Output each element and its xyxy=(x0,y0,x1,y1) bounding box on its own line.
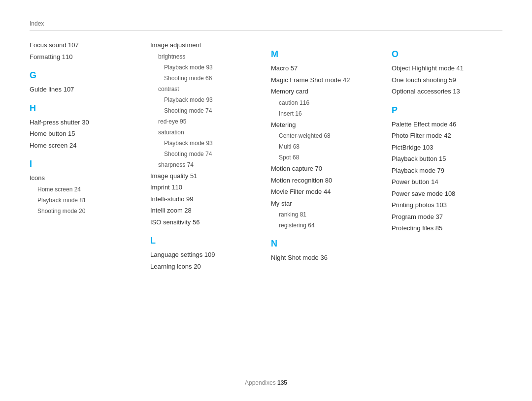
list-item: Metering xyxy=(271,120,382,130)
list-item: Memory card xyxy=(271,87,382,96)
list-item: Language settings 109 xyxy=(150,250,261,260)
list-item: Formatting 110 xyxy=(30,52,140,62)
list-item: One touch shooting 59 xyxy=(392,75,502,85)
footer-page: 135 xyxy=(277,379,287,386)
section-letter-P: P xyxy=(392,105,502,116)
section-letter-G: G xyxy=(30,70,140,81)
section-letter-N: N xyxy=(271,239,382,249)
list-item: My star xyxy=(271,199,382,209)
list-item: brightness xyxy=(150,52,261,61)
list-item: Magic Frame Shot mode 42 xyxy=(271,75,382,85)
column-3: OObject Highlight mode 41One touch shoot… xyxy=(392,40,502,273)
list-item: Home button 15 xyxy=(30,129,140,139)
list-item: Guide lines 107 xyxy=(30,85,140,94)
list-item: ranking 81 xyxy=(271,210,382,219)
list-item: Optional accessories 13 xyxy=(392,87,502,96)
list-item: Printing photos 103 xyxy=(392,200,502,210)
page-header: Index xyxy=(30,20,502,31)
list-item: Imprint 110 xyxy=(150,183,261,192)
list-item: Intelli-studio 99 xyxy=(150,194,261,204)
section-letter-I: I xyxy=(30,159,140,169)
list-item: Palette Effect mode 46 xyxy=(392,120,502,129)
section-letter-L: L xyxy=(150,236,261,246)
section-letter-H: H xyxy=(30,103,140,114)
list-item: Playback button 15 xyxy=(392,154,502,164)
footer-prefix: Appendixes xyxy=(245,379,276,386)
index-content: Focus sound 107Formatting 110GGuide line… xyxy=(30,40,502,273)
list-item: Program mode 37 xyxy=(392,212,502,222)
list-item: Spot 68 xyxy=(271,153,382,162)
list-item: saturation xyxy=(150,128,261,137)
list-item: Image adjustment xyxy=(150,40,261,50)
column-1: Image adjustmentbrightnessPlayback mode … xyxy=(150,40,261,273)
list-item: red-eye 95 xyxy=(150,117,261,126)
list-item: Macro 57 xyxy=(271,63,382,73)
list-item: Object Highlight mode 41 xyxy=(392,63,502,73)
list-item: Shooting mode 74 xyxy=(150,150,261,158)
list-item: Shooting mode 66 xyxy=(150,74,261,83)
list-item: Power button 14 xyxy=(392,177,502,187)
list-item: Protecting files 85 xyxy=(392,223,502,233)
list-item: Icons xyxy=(30,173,140,183)
list-item: Focus sound 107 xyxy=(30,40,140,50)
column-0: Focus sound 107Formatting 110GGuide line… xyxy=(30,40,140,273)
list-item: Shooting mode 20 xyxy=(30,207,140,216)
list-item: sharpness 74 xyxy=(150,160,261,169)
list-item: Insert 16 xyxy=(271,109,382,118)
list-item: ISO sensitivity 56 xyxy=(150,217,261,227)
list-item: Playback mode 93 xyxy=(150,95,261,104)
list-item: Multi 68 xyxy=(271,142,382,151)
section-letter-M: M xyxy=(271,49,382,60)
list-item: Motion recognition 80 xyxy=(271,176,382,185)
list-item: Intelli zoom 28 xyxy=(150,206,261,216)
list-item: caution 116 xyxy=(271,98,382,107)
list-item: Half-press shutter 30 xyxy=(30,118,140,127)
list-item: Home screen 24 xyxy=(30,185,140,194)
list-item: Night Shot mode 36 xyxy=(271,253,382,263)
list-item: Center-weighted 68 xyxy=(271,131,382,140)
list-item: registering 64 xyxy=(271,221,382,230)
list-item: Playback mode 81 xyxy=(30,196,140,205)
page: Index Focus sound 107Formatting 110GGuid… xyxy=(0,0,532,401)
list-item: PictBridge 103 xyxy=(392,143,502,153)
list-item: Power save mode 108 xyxy=(392,189,502,199)
list-item: Shooting mode 74 xyxy=(150,106,261,115)
section-letter-O: O xyxy=(392,49,502,60)
column-2: MMacro 57Magic Frame Shot mode 42Memory … xyxy=(271,40,382,273)
list-item: Movie Filter mode 44 xyxy=(271,187,382,197)
list-item: Playback mode 79 xyxy=(392,166,502,176)
list-item: Motion capture 70 xyxy=(271,164,382,174)
list-item: Playback mode 93 xyxy=(150,139,261,148)
header-title: Index xyxy=(30,20,44,27)
list-item: contrast xyxy=(150,85,261,93)
list-item: Learning icons 20 xyxy=(150,262,261,272)
page-footer: Appendixes 135 xyxy=(0,379,532,386)
list-item: Image quality 51 xyxy=(150,171,261,181)
list-item: Home screen 24 xyxy=(30,141,140,151)
list-item: Playback mode 93 xyxy=(150,63,261,72)
list-item: Photo Filter mode 42 xyxy=(392,131,502,141)
